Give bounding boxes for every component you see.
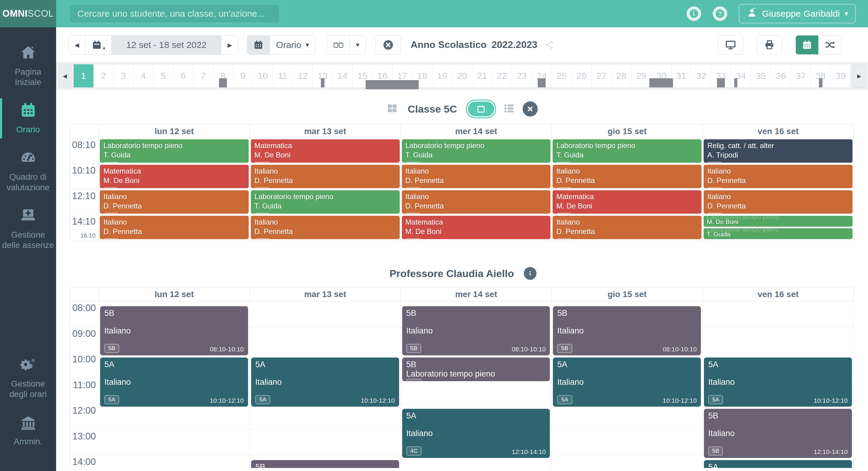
schedule-event[interactable]: 5AItaliano5A10:10-12:10 [100, 357, 248, 407]
sidebar-item-gestione-delle-assenze[interactable]: Gestione delle assenze [0, 203, 56, 255]
lesson-event[interactable]: ItalianoD. Pennetta5C [704, 190, 852, 214]
schedule-event[interactable]: 5BItaliano5B08:10-10:10 [100, 306, 248, 355]
schedule-event[interactable]: 5A [704, 460, 852, 468]
lesson-event[interactable]: ItalianoD. Pennetta5B [402, 165, 551, 188]
week-26[interactable]: 26 [572, 64, 592, 87]
sidebar-item-gestione-degli-orari[interactable]: Gestione degli orari [0, 352, 56, 404]
week-22[interactable]: 22 [492, 64, 512, 87]
sidebar-item-quadro-di-valutazione[interactable]: Quadro di valutazione [0, 145, 56, 197]
list-view-icon[interactable] [503, 102, 515, 115]
week-35[interactable]: 35 [751, 64, 771, 87]
week-6[interactable]: 6 [173, 64, 193, 87]
week-12[interactable]: 12 [293, 64, 313, 87]
week-3[interactable]: 3 [114, 64, 133, 87]
week-39[interactable]: 39 [831, 64, 850, 87]
lesson-event[interactable]: Laboratorio tempo pienoT. Guida5C [100, 139, 249, 163]
week-38[interactable]: 38 [811, 64, 831, 87]
week-5[interactable]: 5 [153, 64, 174, 87]
week-10[interactable]: 10 [253, 64, 273, 87]
compare-caret-button[interactable]: ▾ [350, 35, 366, 54]
info-icon[interactable] [687, 6, 701, 21]
week-9[interactable]: 9 [233, 64, 253, 87]
next-week-button[interactable]: ▸ [221, 35, 238, 54]
week-28[interactable]: 28 [612, 64, 632, 87]
lesson-event[interactable]: Laboratorio tempo pienoT. Guida5C [402, 139, 551, 163]
week-23[interactable]: 23 [512, 64, 532, 87]
event-class: 5B [557, 308, 696, 318]
lesson-event[interactable]: ItalianoD. Pennetta5C [704, 165, 852, 188]
double-calendar-button[interactable] [327, 35, 350, 54]
schedule-event[interactable]: 5BItaliano5B08:10-10:10 [402, 306, 550, 355]
week-27[interactable]: 27 [592, 64, 612, 87]
calendar-picker-button[interactable]: ▾ [86, 35, 112, 54]
shuffle-view-button[interactable] [818, 35, 841, 54]
week-25[interactable]: 25 [552, 64, 572, 87]
week-37[interactable]: 37 [791, 64, 811, 87]
week-30[interactable]: 30 [651, 64, 672, 87]
lesson-event[interactable]: MatematicaM. De Boni5C [100, 165, 249, 188]
week-4[interactable]: 4 [133, 64, 153, 87]
user-menu-button[interactable]: Giuseppe Garibaldi ▾ [739, 4, 856, 23]
class-badge: 5C [103, 238, 119, 239]
hour-label: 12:00 [70, 404, 99, 416]
lesson-event[interactable]: MatematicaM. De Boni5C [251, 139, 400, 163]
week-34[interactable]: 34 [731, 64, 751, 87]
event-time: 08:10-10:10 [512, 346, 546, 353]
lesson-event[interactable]: Laboratorio tempo pienoT. Guida [704, 228, 852, 239]
week-2[interactable]: 2 [94, 64, 114, 87]
professor-info-icon[interactable] [524, 267, 536, 280]
week-14[interactable]: 14 [333, 64, 353, 87]
sidebar-item-pagina-iniziale[interactable]: Pagina Iniziale [0, 40, 56, 92]
calendar-view-button[interactable] [796, 35, 818, 54]
week-16[interactable]: 16 [372, 64, 393, 87]
schedule-event[interactable]: 5BItaliano5B12:10-14:10 [704, 409, 852, 458]
lesson-event[interactable]: ItalianoD. Pennetta5B [402, 190, 551, 214]
week-29[interactable]: 29 [631, 64, 651, 87]
schedule-event[interactable]: 5AItaliano5A10:10-12:10 [251, 357, 399, 407]
lesson-event[interactable]: ItalianoD. Pennetta5C [100, 216, 249, 239]
week-7[interactable]: 7 [193, 64, 213, 87]
week-19[interactable]: 19 [432, 64, 452, 87]
sidebar-item-orario[interactable]: Orario [0, 98, 56, 139]
view-dropdown[interactable]: Orario ▾ [270, 35, 315, 54]
week-31[interactable]: 31 [672, 64, 691, 87]
week-1[interactable]: 1 [74, 64, 94, 87]
lesson-event[interactable]: Laboratorio tempo pienoM. De Boni [704, 216, 852, 227]
lesson-event[interactable]: ItalianoD. Pennetta5C [100, 190, 249, 214]
schedule-event[interactable]: 5AItaliano4C12:10-14:10 [402, 409, 550, 458]
lesson-event[interactable]: ItalianoD. Pennetta5C [251, 216, 400, 239]
week-32[interactable]: 32 [691, 64, 711, 87]
print-button[interactable] [757, 35, 782, 55]
schedule-event[interactable]: 5AItaliano5A10:10-12:10 [704, 357, 852, 407]
week-20[interactable]: 20 [452, 64, 472, 87]
help-icon[interactable]: ? [713, 6, 727, 21]
calendar-view-toggle[interactable] [467, 100, 495, 117]
lesson-event[interactable]: Laboratorio tempo pienoT. Guida5C [553, 139, 702, 163]
lesson-event[interactable]: ItalianoD. Pennetta5B [553, 216, 702, 239]
lesson-event[interactable]: ItalianoD. Pennetta5C [553, 165, 702, 188]
weeks-scroll-right-button[interactable]: ▸ [853, 64, 866, 88]
schedule-event[interactable]: 5AItaliano5A10:10-12:10 [553, 357, 701, 407]
schedule-event[interactable]: 5BLaboratorio tempo pieno5C10:10-11:10 [402, 357, 550, 381]
lesson-event[interactable]: ItalianoD. Pennetta5C [251, 165, 400, 188]
week-24[interactable]: 24 [532, 64, 552, 87]
schedule-event[interactable]: 5BItaliano5B08:10-10:10 [553, 306, 701, 355]
week-36[interactable]: 36 [771, 64, 791, 87]
schedule-event[interactable]: 5B [251, 460, 399, 468]
lesson-event[interactable]: MatematicaM. De Boni5B [553, 190, 702, 214]
week-21[interactable]: 21 [472, 64, 492, 87]
clear-filter-button[interactable] [375, 35, 401, 55]
prev-week-button[interactable]: ◂ [68, 35, 86, 54]
week-33[interactable]: 33 [711, 64, 731, 87]
lesson-event[interactable]: Laboratorio tempo pienoT. Guida5C [251, 190, 400, 214]
weeks-scroll-left-button[interactable]: ◂ [59, 64, 71, 88]
close-section-button[interactable] [523, 101, 538, 117]
week-11[interactable]: 11 [273, 64, 293, 87]
week-8[interactable]: 8 [213, 64, 233, 87]
lesson-event[interactable]: Relig. catt. / att. alterA. Tripodi5C [704, 139, 852, 163]
presentation-button[interactable] [718, 35, 743, 55]
week-13[interactable]: 13 [313, 64, 333, 87]
sidebar-item-amministrazione[interactable]: Ammin. [0, 410, 56, 451]
lesson-event[interactable]: MatematicaM. De Boni5C [402, 216, 551, 239]
search-input[interactable] [69, 4, 280, 23]
